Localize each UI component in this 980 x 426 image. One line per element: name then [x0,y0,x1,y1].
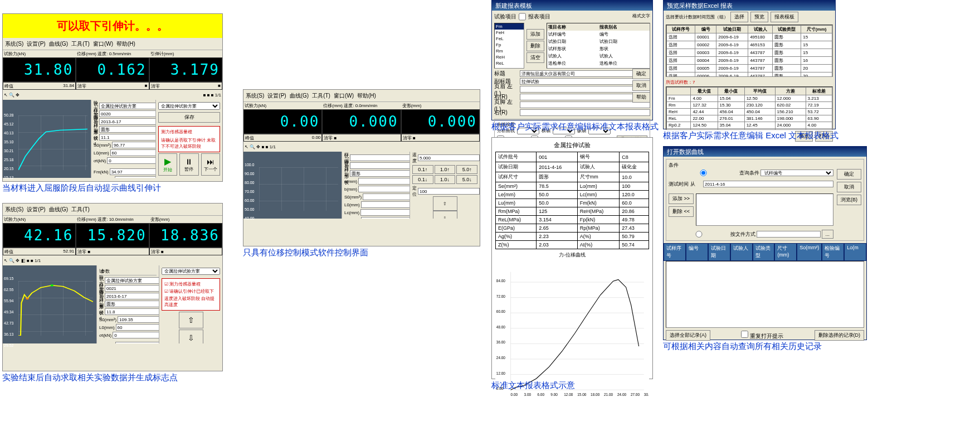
jog-button[interactable]: 5.0↑ [456,165,477,174]
clear-button[interactable]: 清空 [526,52,544,63]
jog-button[interactable]: 5.0↓ [456,175,477,184]
param-input[interactable] [115,176,155,178]
param-input[interactable] [350,154,409,161]
svg-text:21.00: 21.00 [604,393,613,396]
available-items-list[interactable]: FmFeHFeLFpRmReHReLRpEAZAgAgtAtLuLoLeLcSo… [494,23,524,69]
save-button[interactable]: 保存 [158,112,220,123]
speed-input[interactable] [418,154,480,161]
deform-readout: 18.836 [152,228,220,243]
browse-button-2[interactable]: 浏览(B) [837,195,861,205]
param-input[interactable] [113,332,159,338]
jog-button[interactable]: 1.0↑ [435,165,456,174]
param-input[interactable] [350,170,409,177]
file-path-input[interactable] [757,231,821,238]
down-button[interactable]: ⇩ [179,330,203,343]
param-input[interactable] [110,168,155,175]
svg-text:36.00: 36.00 [496,340,506,344]
help-button[interactable]: 帮助 [632,92,650,103]
select-button[interactable]: 选择 [730,12,748,22]
menu-item[interactable]: 设置(P) [27,40,45,48]
pointer-icon[interactable]: ↖ [4,93,8,98]
svg-text:48.00: 48.00 [496,325,506,329]
cancel-button[interactable]: 取消 [632,80,650,91]
param-input[interactable] [99,103,155,109]
browse-button[interactable]: ... [822,230,834,239]
param-input[interactable] [105,308,159,315]
cancel-button[interactable]: 取消 [837,182,861,192]
param-input[interactable] [105,285,159,292]
remove-button[interactable]: 删除 [526,41,544,51]
zoom-icon[interactable]: 🔍 [9,93,14,98]
menu-item[interactable]: 帮助(H) [116,40,135,48]
zero-button[interactable]: 清零 ■ [77,249,90,254]
query-mode-radio[interactable] [669,170,738,176]
query-field-select[interactable]: 试样编号 [760,170,833,176]
svg-text:9.00: 9.00 [550,393,558,396]
param-input[interactable] [99,118,155,125]
param-input[interactable] [105,293,159,299]
menu-item[interactable]: 工具(T) [71,40,90,48]
param-input[interactable] [110,149,155,156]
duplicate-prompt-check[interactable] [741,331,748,338]
tab-check[interactable] [519,13,526,21]
param-input[interactable] [105,277,159,284]
down-button[interactable]: ⇩ [433,211,457,219]
template-button[interactable]: 报表模板 [771,12,798,22]
param-input[interactable] [99,134,155,141]
param-input[interactable] [350,162,409,169]
results-grid[interactable] [666,261,864,328]
start-button[interactable]: ▶开始 [158,153,177,176]
param-input[interactable] [358,186,409,192]
select-all-button[interactable]: 选择全部记录(A) [666,330,710,341]
zero-button[interactable]: ■ [218,83,221,89]
svg-text:24.00: 24.00 [496,356,506,360]
param-input[interactable] [358,178,409,185]
param-input[interactable] [99,126,155,133]
param-input[interactable] [363,193,409,200]
file-mode-radio[interactable] [669,231,729,238]
scheme-select[interactable]: 金属拉伸试验方案 [158,102,220,110]
zero-button[interactable]: ■ [145,83,148,89]
report-title: 金属拉伸试验 [495,141,649,149]
history-query-dialog: 打开数据曲线 条件 查询条件 试样编号 测试时间 从 添加 >> 删除 << [663,146,867,340]
param-input[interactable] [360,209,409,216]
jog-button[interactable]: 0.1↑ [412,165,433,174]
pause-button[interactable]: ⏸暂停 [179,153,198,176]
preview-button[interactable]: 预览 [750,12,768,22]
screenshot-2: 系统(S) 设置(P) 曲线(G) 工具(T) 试验力(kN) 位移(mm) 速… [2,203,223,371]
scheme-select[interactable]: 金属拉伸试验方案 [162,268,220,275]
data-grid[interactable]: 试样序号编号试验日期试验人试验类型尺寸(mm)选择000012009-6-194… [666,25,833,77]
param-input[interactable] [361,201,409,208]
position-input[interactable] [418,188,480,195]
delete-selected-button[interactable]: 删除选择的记录(D) [815,330,865,341]
add-criteria-button[interactable]: 添加 >> [669,193,694,204]
menu-item[interactable]: 曲线(G) [49,40,68,48]
param-input[interactable] [115,342,159,343]
ok-button[interactable]: 确定 [837,169,861,180]
menu-item[interactable]: 系统(S) [5,40,23,48]
param-input[interactable] [107,157,155,164]
jog-button[interactable]: 1.0↓ [435,175,456,184]
date-from-input[interactable] [703,181,833,187]
param-input[interactable] [116,324,159,331]
param-input[interactable] [118,316,159,323]
param-input[interactable] [112,142,155,148]
next-button[interactable]: ⏭下一个 [201,153,220,176]
criteria-list[interactable] [696,193,833,226]
param-input[interactable] [361,217,409,219]
displacement-readout: 15.820 [79,228,146,243]
selected-items-list[interactable]: 项目名称 报表别名 试样编号编号试验日期试验日期试样形状形状试验人试验人送检单位… [547,23,650,69]
ok-button[interactable]: 确定 [632,69,650,79]
caption-7: 可根据相关内容自动查询所有相关历史记录 [663,341,822,352]
add-button[interactable]: 添加 [526,29,544,40]
param-input[interactable] [105,301,159,307]
up-button[interactable]: ⇧ [179,312,203,328]
jog-button[interactable]: 0.1↓ [412,175,433,184]
menu-item[interactable]: 窗口(W) [93,40,113,48]
remove-criteria-button[interactable]: 删除 << [669,206,694,217]
svg-text:12.00: 12.00 [496,371,506,375]
param-input[interactable] [99,110,155,117]
up-button[interactable]: ⇧ [433,196,457,211]
pan-icon[interactable]: ✥ [16,93,19,98]
zero-button[interactable]: 清零 ■ [151,249,164,254]
